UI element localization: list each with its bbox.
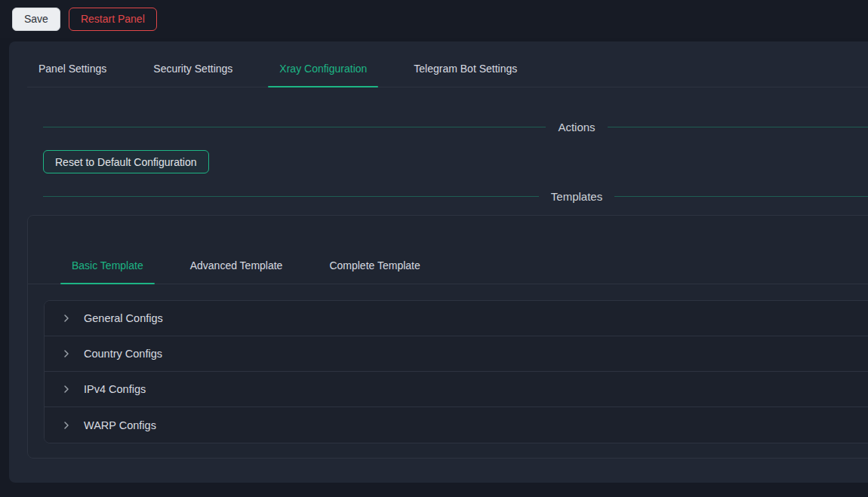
tab-telegram-bot-settings[interactable]: Telegram Bot Settings [402,60,528,87]
tab-xray-configuration[interactable]: Xray Configuration [268,60,378,87]
accordion-item-country-configs[interactable]: Country Configs [45,336,868,372]
restart-panel-button[interactable]: Restart Panel [69,8,157,31]
reset-default-configuration-button[interactable]: Reset to Default Configuration [43,150,209,173]
templates-divider: Templates [43,190,868,203]
accordion-item-label: General Configs [84,312,163,324]
actions-divider: Actions [43,121,868,133]
templates-divider-label: Templates [551,190,602,203]
chevron-right-icon [62,314,71,323]
tab-complete-template[interactable]: Complete Template [318,253,431,284]
actions-section: Reset to Default Configuration [43,133,868,173]
tab-panel-settings[interactable]: Panel Settings [27,60,118,87]
template-configs-accordion: General Configs Country Configs IPv4 Con… [44,300,868,443]
accordion-item-label: IPv4 Configs [84,383,146,395]
settings-card: Panel Settings Security Settings Xray Co… [9,41,868,483]
accordion-item-ipv4-configs[interactable]: IPv4 Configs [45,372,868,407]
chevron-right-icon [62,421,71,430]
templates-tabbar: Basic Template Advanced Template Complet… [28,253,868,284]
save-button[interactable]: Save [12,8,60,31]
save-button-label: Save [24,13,48,25]
restart-panel-button-label: Restart Panel [81,13,145,25]
tab-security-settings[interactable]: Security Settings [142,60,244,87]
chevron-right-icon [62,349,71,358]
tab-advanced-template[interactable]: Advanced Template [179,253,294,284]
accordion-item-label: WARP Configs [84,419,156,431]
accordion-item-general-configs[interactable]: General Configs [45,301,868,336]
top-toolbar: Save Restart Panel [0,0,868,38]
templates-card: Basic Template Advanced Template Complet… [27,215,868,459]
settings-tabbar: Panel Settings Security Settings Xray Co… [27,60,868,87]
accordion-item-label: Country Configs [84,348,162,360]
tab-basic-template[interactable]: Basic Template [60,253,155,284]
accordion-item-warp-configs[interactable]: WARP Configs [45,407,868,443]
actions-divider-label: Actions [558,121,595,133]
chevron-right-icon [62,385,71,394]
reset-default-configuration-label: Reset to Default Configuration [55,156,197,168]
